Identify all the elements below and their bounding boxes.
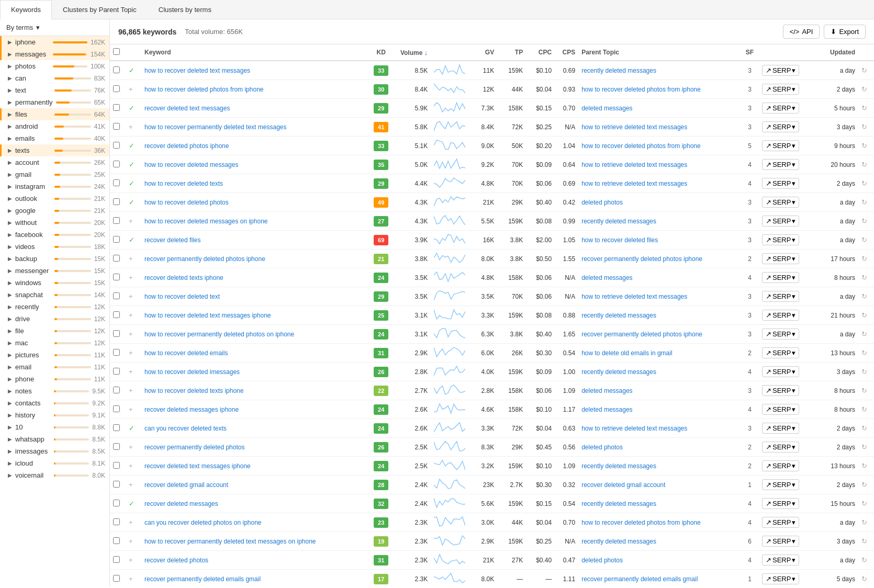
row-checkbox[interactable] (113, 443, 120, 450)
sidebar-item-10[interactable]: ▶ 10 8.8K (0, 421, 109, 433)
serp-button[interactable]: ↗ SERP ▾ (762, 65, 799, 76)
row-checkbox[interactable] (113, 368, 120, 375)
sidebar-item-iphone[interactable]: ▶ iphone 162K (0, 36, 109, 48)
row-checkbox[interactable] (113, 330, 120, 337)
refresh-icon[interactable]: ↻ (861, 198, 867, 206)
row-checkbox[interactable] (113, 405, 120, 412)
serp-button[interactable]: ↗ SERP ▾ (762, 517, 799, 528)
parent-topic-link[interactable]: recently deleted messages (581, 538, 656, 545)
row-checkbox[interactable] (113, 66, 120, 73)
row-checkbox[interactable] (113, 274, 120, 280)
parent-topic-link[interactable]: recover deleted gmail account (581, 481, 665, 489)
parent-topic-link[interactable]: how to retrieve deleted text messages (581, 293, 687, 300)
keyword-link[interactable]: can you recover deleted texts (144, 425, 227, 432)
row-checkbox[interactable] (113, 179, 120, 186)
keyword-link[interactable]: recover deleted photos iphone (144, 142, 229, 150)
tab-clusters-terms[interactable]: Clusters by terms (148, 0, 222, 19)
sidebar-item-email[interactable]: ▶ email 11K (0, 361, 109, 373)
keyword-link[interactable]: how to recover deleted messages (144, 161, 238, 168)
keyword-link[interactable]: recover deleted text messages (144, 105, 230, 112)
parent-topic-link[interactable]: how to retrieve deleted text messages (581, 161, 687, 168)
serp-button[interactable]: ↗ SERP ▾ (762, 216, 799, 227)
sidebar-item-google[interactable]: ▶ google 21K (0, 205, 109, 217)
sidebar-item-account[interactable]: ▶ account 26K (0, 156, 109, 168)
refresh-icon[interactable]: ↻ (861, 405, 867, 413)
refresh-icon[interactable]: ↻ (861, 311, 867, 319)
refresh-icon[interactable]: ↻ (861, 481, 867, 489)
refresh-icon[interactable]: ↻ (861, 443, 867, 451)
keyword-link[interactable]: recover deleted text messages iphone (144, 462, 251, 470)
tab-keywords[interactable]: Keywords (0, 0, 52, 19)
keyword-link[interactable]: how to recover deleted text messages iph… (144, 312, 271, 319)
row-checkbox[interactable] (113, 255, 120, 262)
keyword-link[interactable]: how to recover deleted texts iphone (144, 387, 243, 394)
keyword-link[interactable]: recover deleted texts iphone (144, 274, 223, 281)
serp-button[interactable]: ↗ SERP ▾ (762, 84, 799, 95)
serp-button[interactable]: ↗ SERP ▾ (762, 291, 799, 302)
col-header-keyword[interactable]: Keyword (141, 44, 368, 61)
col-header-cpc[interactable]: CPC (526, 44, 555, 61)
refresh-icon[interactable]: ↻ (861, 518, 867, 526)
keyword-link[interactable]: how to recover deleted photos from iphon… (144, 86, 263, 93)
refresh-icon[interactable]: ↻ (861, 104, 867, 112)
row-checkbox[interactable] (113, 311, 120, 318)
sidebar-item-texts[interactable]: ▶ texts 36K (0, 144, 109, 156)
keyword-link[interactable]: recover deleted photos (144, 557, 208, 564)
parent-topic-link[interactable]: how to delete old emails in gmail (581, 349, 672, 357)
row-checkbox[interactable] (113, 236, 120, 243)
parent-topic-link[interactable]: recover permanently deleted emails gmail (581, 575, 698, 583)
serp-button[interactable]: ↗ SERP ▾ (762, 329, 799, 340)
col-header-parent[interactable]: Parent Topic (578, 44, 741, 61)
keyword-link[interactable]: recover deleted messages (144, 500, 218, 507)
col-header-tp[interactable]: TP (497, 44, 526, 61)
refresh-icon[interactable]: ↻ (861, 274, 867, 281)
serp-button[interactable]: ↗ SERP ▾ (762, 121, 799, 132)
sidebar-item-snapchat[interactable]: ▶ snapchat 14K (0, 289, 109, 301)
sidebar-item-pictures[interactable]: ▶ pictures 11K (0, 349, 109, 361)
serp-button[interactable]: ↗ SERP ▾ (762, 253, 799, 264)
keyword-link[interactable]: recover permanently deleted photos iphon… (144, 255, 265, 263)
serp-button[interactable]: ↗ SERP ▾ (762, 178, 799, 189)
sidebar-item-videos[interactable]: ▶ videos 18K (0, 241, 109, 253)
row-checkbox[interactable] (113, 104, 120, 111)
refresh-icon[interactable]: ↻ (861, 349, 867, 357)
keyword-link[interactable]: how to recover permanently deleted text … (144, 538, 316, 545)
row-checkbox[interactable] (113, 123, 120, 130)
serp-button[interactable]: ↗ SERP ▾ (762, 555, 799, 566)
serp-button[interactable]: ↗ SERP ▾ (762, 366, 799, 377)
sidebar-item-drive[interactable]: ▶ drive 12K (0, 313, 109, 325)
sidebar-item-instagram[interactable]: ▶ instagram 24K (0, 180, 109, 193)
col-header-kd[interactable]: KD (368, 44, 394, 61)
sidebar-item-messages[interactable]: ▶ messages 154K (0, 48, 109, 60)
sidebar-item-phone[interactable]: ▶ phone 11K (0, 373, 109, 385)
row-checkbox[interactable] (113, 462, 120, 469)
refresh-icon[interactable]: ↻ (861, 556, 867, 564)
col-header-volume[interactable]: Volume ↓ (394, 44, 431, 61)
sidebar-item-imessages[interactable]: ▶ imessages 8.5K (0, 445, 109, 457)
serp-button[interactable]: ↗ SERP ▾ (762, 479, 799, 490)
sidebar-item-backup[interactable]: ▶ backup 15K (0, 253, 109, 265)
refresh-icon[interactable]: ↻ (861, 500, 867, 507)
refresh-icon[interactable]: ↻ (861, 537, 867, 545)
sidebar-item-facebook[interactable]: ▶ facebook 20K (0, 229, 109, 241)
serp-button[interactable]: ↗ SERP ▾ (762, 404, 799, 415)
keyword-link[interactable]: recover deleted files (144, 236, 200, 244)
serp-button[interactable]: ↗ SERP ▾ (762, 234, 799, 245)
row-checkbox[interactable] (113, 217, 120, 224)
sidebar-item-gmail[interactable]: ▶ gmail 25K (0, 168, 109, 180)
refresh-icon[interactable]: ↻ (861, 123, 867, 131)
parent-topic-link[interactable]: deleted messages (581, 406, 632, 413)
serp-button[interactable]: ↗ SERP ▾ (762, 536, 799, 547)
keyword-link[interactable]: how to recover deleted emails (144, 349, 228, 357)
row-checkbox[interactable] (113, 575, 120, 582)
tab-clusters-parent[interactable]: Clusters by Parent Topic (52, 0, 148, 19)
refresh-icon[interactable]: ↻ (861, 142, 867, 150)
refresh-icon[interactable]: ↻ (861, 292, 867, 300)
sidebar-item-contacts[interactable]: ▶ contacts 9.2K (0, 397, 109, 409)
row-checkbox[interactable] (113, 198, 120, 205)
sidebar-item-outlook[interactable]: ▶ outlook 21K (0, 193, 109, 205)
sidebar-item-whatsapp[interactable]: ▶ whatsapp 8.5K (0, 433, 109, 445)
serp-button[interactable]: ↗ SERP ▾ (762, 103, 799, 114)
refresh-icon[interactable]: ↻ (861, 424, 867, 432)
serp-button[interactable]: ↗ SERP ▾ (762, 498, 799, 509)
